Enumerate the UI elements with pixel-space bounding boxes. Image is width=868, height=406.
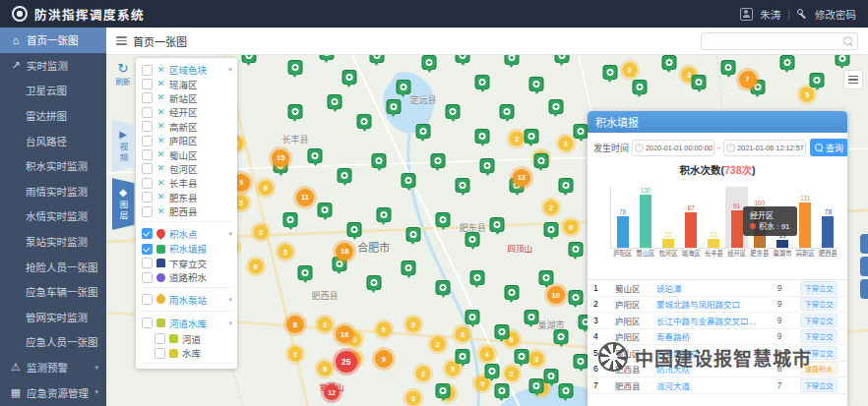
cluster-marker-yellow[interactable]: 5 xyxy=(278,244,292,259)
map-layer-toggle-button[interactable] xyxy=(843,70,863,89)
layer-checkbox[interactable] xyxy=(142,163,153,174)
cluster-marker-orange[interactable]: 13 xyxy=(513,169,530,187)
layer-row[interactable]: ✕ 瑶海区 xyxy=(142,77,233,90)
waterlogging-point-marker[interactable] xyxy=(558,178,573,193)
layer-checkbox[interactable] xyxy=(142,92,153,103)
cluster-marker-yellow[interactable]: 6 xyxy=(564,219,579,234)
waterlogging-point-marker[interactable] xyxy=(347,222,362,237)
bar-column[interactable]: 78 肥西县 xyxy=(817,187,839,248)
cell-point-name-link[interactable]: 防汛大队 xyxy=(656,363,763,375)
sidebar-item[interactable]: 应急车辆一张图 xyxy=(0,279,106,305)
waterlogging-point-marker[interactable] xyxy=(544,369,559,383)
layer-row[interactable]: 河道 xyxy=(142,331,233,345)
layer-checkbox[interactable] xyxy=(142,79,153,89)
change-password-link[interactable]: 修改密码 xyxy=(815,7,856,22)
layer-row[interactable]: ✕ 高新区 xyxy=(142,120,233,134)
waterlogging-point-marker[interactable] xyxy=(524,310,538,324)
waterlogging-point-marker[interactable] xyxy=(558,383,573,398)
cluster-marker-yellow[interactable]: 2 xyxy=(544,200,559,214)
waterlogging-point-marker[interactable] xyxy=(456,178,470,193)
waterlogging-point-marker[interactable] xyxy=(456,349,470,364)
waterlogging-point-marker[interactable] xyxy=(484,364,499,378)
waterlogging-point-marker[interactable] xyxy=(405,227,420,242)
cluster-marker-yellow[interactable]: 2 xyxy=(318,318,333,332)
sidebar-item[interactable]: 积水实时监测 xyxy=(0,153,106,179)
waterlogging-point-marker[interactable] xyxy=(402,173,416,188)
layer-checkbox[interactable] xyxy=(142,121,153,132)
bar-column[interactable]: 78 庐阳区 xyxy=(611,187,634,248)
cluster-marker-yellow[interactable]: 2 xyxy=(622,62,637,77)
cluster-marker-orange[interactable]: 15 xyxy=(272,149,289,167)
waterlogging-point-marker[interactable] xyxy=(422,55,437,70)
edge-tab[interactable] xyxy=(860,234,868,254)
layer-row[interactable]: 河道水库 ▾ xyxy=(142,311,233,331)
layer-row[interactable]: ✕ 长丰县 xyxy=(142,176,233,190)
cluster-marker-yellow[interactable]: 2 xyxy=(430,337,445,352)
cell-point-name-link[interactable]: 寿春路桥 xyxy=(656,330,763,342)
waterlogging-point-marker[interactable] xyxy=(692,75,707,89)
waterlogging-point-marker[interactable] xyxy=(308,148,323,163)
cluster-marker-yellow[interactable]: 9 xyxy=(258,180,273,195)
waterlogging-point-marker[interactable] xyxy=(446,104,461,119)
cluster-marker-orange[interactable]: 18 xyxy=(336,243,353,261)
sidebar-item[interactable]: 应急人员一张图 xyxy=(0,329,106,355)
layer-checkbox[interactable] xyxy=(142,178,153,189)
layer-checkbox[interactable] xyxy=(142,258,153,268)
cluster-marker-yellow[interactable]: 8 xyxy=(318,362,333,377)
waterlogging-point-marker[interactable] xyxy=(632,80,647,94)
layer-checkbox[interactable] xyxy=(155,333,165,344)
waterlogging-point-marker[interactable] xyxy=(544,222,559,237)
search-icon[interactable] xyxy=(843,36,852,45)
bar-column[interactable]: 111 高新区 xyxy=(794,187,817,248)
waterlogging-point-marker[interactable] xyxy=(465,310,480,324)
bar-column[interactable]: 130 蜀山区 xyxy=(634,187,656,248)
cell-point-name-link[interactable]: 蒙城北路与凤阳路交口 xyxy=(656,298,763,310)
cluster-marker-yellow[interactable]: 2 xyxy=(287,347,302,362)
bar-column[interactable]: 22 包河区 xyxy=(656,187,679,248)
cluster-marker-yellow[interactable]: 2 xyxy=(504,367,519,381)
layer-checkbox[interactable] xyxy=(142,65,153,76)
cluster-marker-yellow[interactable]: 5 xyxy=(405,318,420,332)
layer-row[interactable]: 积水点 ▾ xyxy=(142,221,233,242)
waterlogging-point-marker[interactable] xyxy=(372,153,387,168)
cell-point-name-link[interactable]: 五里墩立交 xyxy=(656,347,763,359)
cluster-marker-yellow[interactable]: 3 xyxy=(558,136,573,150)
layer-row[interactable]: ✕ 庐阳区 xyxy=(142,134,233,147)
waterlogging-point-marker[interactable] xyxy=(500,104,515,119)
sidebar-item[interactable]: ⌂ 首页一张图 xyxy=(0,28,106,53)
waterlogging-point-marker[interactable] xyxy=(366,275,381,290)
layer-checkbox[interactable] xyxy=(142,318,153,328)
sidebar-item[interactable]: 卫星云图 xyxy=(0,78,106,103)
tab-video[interactable]: ▶ 视频 xyxy=(112,120,135,172)
waterlogging-point-marker[interactable] xyxy=(475,75,490,89)
layer-row[interactable]: ✕ 新站区 xyxy=(142,91,233,105)
cluster-marker-orange[interactable]: 9 xyxy=(375,350,393,368)
waterlogging-point-marker[interactable] xyxy=(369,55,384,63)
sidebar-item[interactable]: 台风路径 xyxy=(0,128,106,153)
sidebar-item[interactable]: 雨情实时监测 xyxy=(0,179,106,204)
sidebar-item[interactable]: 抢险人员一张图 xyxy=(0,254,106,279)
layer-checkbox[interactable] xyxy=(142,244,153,255)
waterlogging-point-marker[interactable] xyxy=(480,158,495,173)
cluster-marker-yellow[interactable]: 2 xyxy=(254,224,269,239)
waterlogging-point-marker[interactable] xyxy=(574,354,589,369)
waterlogging-point-marker[interactable] xyxy=(415,124,430,139)
waterlogging-point-marker[interactable] xyxy=(835,55,849,66)
sidebar-item[interactable]: ↗ 实时监测 xyxy=(0,53,106,79)
layer-row[interactable]: 道路积水 xyxy=(142,270,233,284)
waterlogging-point-marker[interactable] xyxy=(554,55,569,63)
layer-row[interactable]: ✕ 区域色块 ▾ xyxy=(142,63,233,77)
waterlogging-point-marker[interactable] xyxy=(475,129,490,144)
cluster-marker-yellow[interactable]: 3 xyxy=(529,352,544,367)
map-canvas[interactable]: 淮南长丰县定远县肥东县合肥市肥西县巢湖市紫蓬山四顶山 3528463259243… xyxy=(106,55,868,406)
cell-point-name-link[interactable]: 派河大道 xyxy=(656,379,763,391)
cluster-marker-orange[interactable]: 8 xyxy=(286,316,304,333)
layer-row[interactable]: 下穿立交 xyxy=(142,257,233,270)
waterlogging-point-marker[interactable] xyxy=(241,55,256,63)
cell-point-name-link[interactable]: 琥珀潭 xyxy=(656,282,763,294)
layer-checkbox[interactable] xyxy=(155,348,165,359)
waterlogging-point-marker[interactable] xyxy=(328,94,342,109)
cluster-marker-yellow[interactable]: 6 xyxy=(248,259,263,273)
waterlogging-point-marker[interactable] xyxy=(490,217,505,232)
waterlogging-point-marker[interactable] xyxy=(469,270,484,285)
